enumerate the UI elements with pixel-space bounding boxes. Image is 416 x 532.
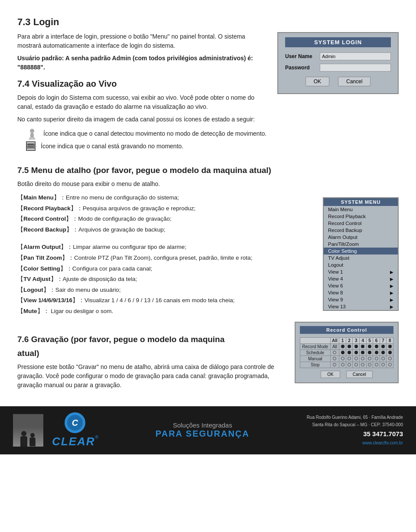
record-control-box: Record Control All 1 2 3 4 5 6 7 xyxy=(295,322,399,383)
record-ok-button[interactable]: OK xyxy=(321,371,340,378)
dot-empty xyxy=(368,357,371,360)
arrow-view4: ▶ xyxy=(390,277,393,281)
col-header-1: 1 xyxy=(339,337,346,343)
people-image xyxy=(13,414,43,447)
dot-empty xyxy=(333,351,336,354)
menu-item-alarmoutput: 【Alarm Output】：Limpar alarme ou configur… xyxy=(17,242,314,252)
people-silhouette xyxy=(20,431,36,447)
username-field: User Name xyxy=(285,52,391,60)
menu-item-record-backup[interactable]: Record Backup xyxy=(324,227,398,234)
dot-filled xyxy=(375,351,378,354)
menu-item-colorsetting: 【Color Setting】：Configura cor para cada … xyxy=(17,264,314,274)
menu-item-logout-sys[interactable]: Logout xyxy=(324,261,398,268)
recording-icon xyxy=(26,141,36,151)
record-section: 7.6 Gravação (por favor, pegue o modelo … xyxy=(17,322,399,393)
icon-row-recording: Ícone indica que o canal está gravando n… xyxy=(26,141,269,151)
password-input[interactable] xyxy=(320,64,391,72)
person-body-2 xyxy=(29,437,36,446)
col-header-7: 7 xyxy=(380,337,387,343)
footer-registered: ® xyxy=(95,435,98,440)
menu-item-tv-adjust[interactable]: TV Adjust xyxy=(324,255,398,261)
record-cancel-button[interactable]: Cancel xyxy=(346,371,373,378)
menu-item-color-setting[interactable]: Color Setting xyxy=(324,248,398,255)
menu-item-view8[interactable]: View 8 ▶ xyxy=(324,289,398,296)
dot-empty xyxy=(333,357,336,360)
col-header-2: 2 xyxy=(346,337,353,343)
dot-filled xyxy=(354,345,358,348)
dot-filled xyxy=(348,351,351,354)
menu-item-record-control[interactable]: Record Control xyxy=(324,220,398,227)
motion-icon xyxy=(26,127,38,140)
para-7-3-1: Para abrir a interface de login, pressio… xyxy=(17,32,269,50)
username-label: User Name xyxy=(285,53,320,59)
record-row-manual: Manual xyxy=(300,356,393,362)
menu-item-view13[interactable]: View 13 ▶ xyxy=(324,303,398,310)
menu-item-main-menu[interactable]: Main Menu xyxy=(324,206,398,213)
person-2 xyxy=(29,433,36,446)
system-menu-box: SYSTEM MENU Main Menu Record Playback Re… xyxy=(323,197,399,311)
login-buttons: OK Cancel xyxy=(285,77,391,86)
footer-contact: Rua Rodolfo Guerino Adami, 65 · Família … xyxy=(307,414,403,447)
dot-filled xyxy=(388,351,392,354)
dot-empty xyxy=(354,357,358,360)
dot-empty xyxy=(333,363,336,366)
footer-slogan-line2: para SEGURANÇA xyxy=(107,429,298,439)
dot-filled xyxy=(341,351,344,354)
arrow-view13: ▶ xyxy=(390,304,393,309)
menu-text: 【Main Menu】：Entre no menu de configuraçã… xyxy=(17,193,314,317)
person-head-1 xyxy=(21,431,26,436)
dot-empty xyxy=(381,357,385,360)
record-control-buttons: OK Cancel xyxy=(300,371,393,378)
menu-item-view6[interactable]: View 6 ▶ xyxy=(324,282,398,289)
menu-item-recordplayback: 【Record Playback】：Pesquisa arquivos de g… xyxy=(17,204,314,213)
row-label-stop: Stop xyxy=(300,362,331,368)
svg-rect-1 xyxy=(30,133,34,137)
heading-7-6-cont: atual) xyxy=(17,349,286,358)
para-7-5-1: Botão direito do mouse para exibir o men… xyxy=(17,180,399,189)
menu-item-logout: 【Logout】：Sair do menu de usuário; xyxy=(17,285,314,295)
login-cancel-button[interactable]: Cancel xyxy=(338,77,370,86)
section-top-layout: Para abrir a interface de login, pressio… xyxy=(17,32,399,153)
col-header-4: 4 xyxy=(360,337,367,343)
dot-empty xyxy=(388,363,392,366)
username-input[interactable] xyxy=(320,52,391,60)
dot-empty xyxy=(341,363,344,366)
arrow-view1: ▶ xyxy=(390,270,393,274)
dot-filled xyxy=(368,345,371,348)
icon2-text: Ícone indica que o canal está gravando n… xyxy=(41,142,183,151)
svg-rect-4 xyxy=(28,146,34,148)
menu-item-recordcontrol: 【Record Control】：Modo de configuração de… xyxy=(17,214,314,224)
menu-item-view1[interactable]: View 1 ▶ xyxy=(324,268,398,275)
login-ok-button[interactable]: OK xyxy=(306,77,329,86)
dot-empty xyxy=(341,357,344,360)
row-label-schedule: Schedule xyxy=(300,349,331,356)
person-1 xyxy=(20,431,27,447)
record-text: 7.6 Gravação (por favor, pegue o modelo … xyxy=(17,322,286,393)
col-header-all: All xyxy=(330,337,339,343)
col-header-6: 6 xyxy=(373,337,380,343)
dot-empty xyxy=(361,363,364,366)
heading-7-4: 7.4 Visualização ao Vivo xyxy=(17,79,269,89)
menu-item-alarm-output[interactable]: Alarm Output xyxy=(324,234,398,241)
dot-filled xyxy=(388,345,392,348)
svg-text:C: C xyxy=(72,418,78,428)
system-menu-title: SYSTEM MENU xyxy=(324,198,398,206)
svg-rect-3 xyxy=(28,144,34,146)
svg-point-0 xyxy=(30,129,34,133)
record-box-title: Record Control xyxy=(300,326,393,334)
menu-item-record-playback[interactable]: Record Playback xyxy=(324,213,398,220)
menu-item-view: 【View 1/4/6/9/13/16】：Visualizar 1 / 4 / … xyxy=(17,296,314,305)
menu-item-view4[interactable]: View 4 ▶ xyxy=(324,275,398,282)
dot-empty xyxy=(348,363,351,366)
menu-item-view9[interactable]: View 9 ▶ xyxy=(324,296,398,303)
footer-logo-circle: C xyxy=(65,412,85,433)
row-all-mode: All xyxy=(330,343,339,349)
person-head-2 xyxy=(30,433,35,437)
main-content: 7.3 Login Para abrir a interface de logi… xyxy=(17,16,399,393)
dot-empty xyxy=(375,363,378,366)
col-header-3: 3 xyxy=(353,337,360,343)
login-title: SYSTEM LOGIN xyxy=(285,37,391,47)
menu-item-mute: 【Mute】： Ligar ou desligar o som. xyxy=(17,307,314,316)
menu-item-pan-tilt-zoom[interactable]: Pan/Tilt/Zoom xyxy=(324,241,398,248)
dot-filled xyxy=(368,351,371,354)
